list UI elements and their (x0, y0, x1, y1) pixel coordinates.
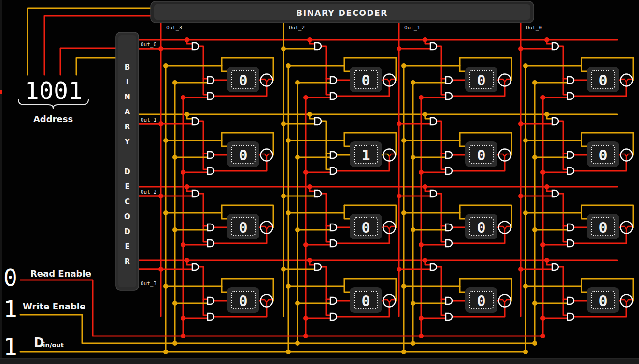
and-gate-icon[interactable] (568, 93, 574, 99)
and-gate-icon[interactable] (446, 240, 452, 247)
wire-junction-dot (397, 194, 401, 198)
and-gate-icon[interactable] (568, 297, 574, 304)
left-decoder-title-letter: D (124, 227, 130, 236)
and-gate-icon[interactable] (315, 118, 321, 125)
bit-display-value: 0 (598, 147, 607, 164)
and-gate-icon[interactable] (330, 224, 337, 231)
and-gate-icon[interactable] (330, 77, 337, 84)
wire-junction-dot (303, 316, 308, 321)
and-gate-icon[interactable] (315, 264, 321, 270)
bit-display-value: 0 (361, 219, 370, 236)
control-value: 0 (3, 264, 17, 291)
bit-display-value: 0 (598, 219, 607, 236)
and-gate-icon[interactable] (192, 190, 199, 197)
wire-junction-dot (295, 227, 300, 232)
top-decoder-pin-label: Out_1 (404, 25, 420, 31)
and-gate-icon[interactable] (192, 264, 199, 270)
wire-junction-dot (163, 210, 168, 215)
wire-junction-dot (544, 258, 549, 263)
left-edge-strip (0, 0, 2, 364)
wire-junction-dot (163, 63, 168, 68)
wire-junction-dot (307, 258, 312, 263)
wire-junction-dot (423, 112, 427, 117)
and-gate-icon[interactable] (315, 43, 321, 50)
wire-junction-dot (423, 184, 427, 189)
left-decoder-title-letter: C (125, 197, 130, 206)
and-gate-icon[interactable] (568, 240, 574, 247)
and-gate-icon[interactable] (330, 93, 337, 99)
and-gate-icon[interactable] (192, 118, 199, 125)
and-gate-icon[interactable] (208, 77, 214, 84)
bit-display-value: 0 (477, 147, 485, 164)
and-gate-icon[interactable] (446, 93, 452, 99)
and-gate-icon[interactable] (568, 168, 574, 174)
wire-junction-dot (286, 284, 291, 289)
and-gate-icon[interactable] (568, 152, 574, 158)
wire-junction-dot (158, 194, 163, 198)
wire-junction-dot (303, 242, 308, 247)
top-decoder-pin-label: Out_0 (526, 25, 542, 31)
wire-junction-dot (286, 63, 291, 68)
and-gate-icon[interactable] (330, 297, 337, 304)
and-gate-icon[interactable] (552, 190, 558, 197)
and-gate-icon[interactable] (208, 240, 214, 247)
bit-display-value: 0 (239, 219, 247, 236)
and-gate-icon[interactable] (330, 313, 337, 320)
address-value: 1001 (25, 77, 83, 105)
and-gate-icon[interactable] (208, 93, 214, 99)
and-gate-icon[interactable] (315, 190, 321, 197)
wire-junction-dot (411, 155, 415, 160)
and-gate-icon[interactable] (568, 224, 574, 231)
logic-sim-canvas[interactable]: 0000010000000000BINARY DECODEROut_3Out_2… (0, 0, 639, 364)
and-gate-icon[interactable] (446, 152, 452, 158)
address-label: Address (33, 114, 73, 124)
and-gate-icon[interactable] (208, 297, 214, 304)
control-value: 1 (3, 333, 17, 360)
and-gate-icon[interactable] (568, 77, 574, 84)
and-gate-icon[interactable] (552, 118, 558, 125)
and-gate-icon[interactable] (552, 264, 558, 270)
and-gate-icon[interactable] (446, 77, 452, 84)
wire-junction-dot (307, 112, 312, 117)
and-gate-icon[interactable] (568, 313, 574, 320)
and-gate-icon[interactable] (192, 43, 199, 50)
wire-junction-dot (172, 301, 177, 306)
wire-junction-dot (523, 284, 528, 289)
and-gate-icon[interactable] (552, 43, 558, 50)
and-gate-icon[interactable] (430, 264, 437, 270)
and-gate-icon[interactable] (430, 118, 437, 125)
wire-junction-dot (401, 210, 406, 215)
wire-junction-dot (185, 184, 189, 189)
control-label: Read Enable (30, 268, 91, 279)
wire-junction-dot (295, 301, 300, 306)
and-gate-icon[interactable] (430, 190, 437, 197)
and-gate-icon[interactable] (208, 224, 214, 231)
wire-junction-dot (423, 37, 427, 42)
wire-junction-dot (286, 350, 291, 354)
wire-junction-dot (281, 121, 286, 126)
left-decoder-title-letter: R (125, 123, 130, 131)
and-gate-icon[interactable] (208, 313, 214, 320)
and-gate-icon[interactable] (446, 313, 452, 320)
and-gate-icon[interactable] (446, 168, 452, 174)
left-decoder-title-letter: Y (124, 138, 130, 146)
and-gate-icon[interactable] (330, 240, 337, 247)
wire-junction-dot (523, 138, 528, 143)
wire-junction-dot (307, 184, 312, 189)
and-gate-icon[interactable] (208, 152, 214, 158)
bit-display-value: 0 (239, 293, 247, 309)
and-gate-icon[interactable] (330, 152, 337, 158)
wire-junction-dot (532, 227, 537, 232)
and-gate-icon[interactable] (208, 168, 214, 174)
wire-junction-dot (532, 155, 537, 160)
wire-junction-dot (423, 258, 427, 263)
control-label: Write Enable (23, 301, 85, 311)
wire-junction-dot (163, 350, 168, 354)
top-decoder-title: BINARY DECODER (296, 8, 388, 18)
and-gate-icon[interactable] (446, 297, 452, 304)
and-gate-icon[interactable] (430, 43, 437, 50)
and-gate-icon[interactable] (446, 224, 452, 231)
and-gate-icon[interactable] (330, 168, 337, 174)
wire-junction-dot (281, 267, 286, 272)
wire-junction-dot (544, 112, 549, 117)
